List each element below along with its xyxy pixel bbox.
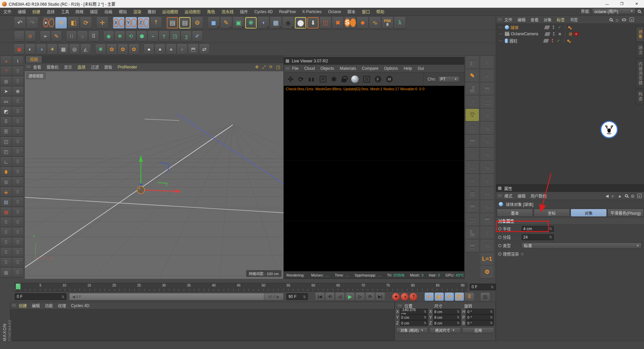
clamp-tile[interactable]: ≠	[466, 174, 479, 187]
lock-y-axis-button[interactable]: Y	[125, 17, 137, 29]
position-mode-dropdown[interactable]: 对象 (相对)▼	[396, 327, 428, 333]
rotate-tool[interactable]: ⟳	[80, 17, 92, 29]
menu-item[interactable]: 运动图形	[184, 9, 201, 14]
sphere-white-icon[interactable]: ●	[144, 44, 154, 54]
xparticles-button[interactable]: ✖	[332, 17, 343, 29]
render-perfect-checkbox[interactable]	[520, 252, 524, 256]
menu-item[interactable]: 文件	[3, 9, 11, 14]
sculpt-brush-icon[interactable]: ✐	[192, 31, 202, 41]
next-frame-button[interactable]: ▷	[356, 293, 365, 301]
render-canvas[interactable]	[284, 92, 464, 271]
search-icon[interactable]	[638, 10, 641, 13]
attribute-menu-item[interactable]: 用户数据	[531, 193, 547, 199]
layer-lock-icon[interactable]: ▤	[1, 197, 11, 207]
viewport-menu-item[interactable]: 摄像机	[47, 64, 59, 70]
paint-bucket-icon[interactable]: ⬙	[1, 187, 11, 197]
material-bw-icon[interactable]: ◐	[25, 44, 35, 54]
scale-tool[interactable]: ◧	[68, 17, 79, 29]
manager-side-tab[interactable]: 构造	[636, 89, 644, 104]
palette-dots-icon[interactable]: ⠿	[12, 147, 23, 156]
flower-orange-icon[interactable]: ✿	[107, 44, 117, 54]
type-dropdown[interactable]: 标准▼	[522, 243, 642, 249]
menu-item[interactable]: 创建	[32, 9, 40, 14]
curve-pen-tile[interactable]: ∫	[480, 227, 494, 239]
timeline-ruler[interactable]: 051015202530354045505560657075808590	[15, 283, 468, 292]
filter-eye-icon[interactable]	[622, 18, 626, 21]
last-used-move-tool[interactable]: ✛	[97, 17, 108, 29]
maximize-button[interactable]: ❐	[614, 0, 629, 8]
object-tags[interactable]	[567, 40, 569, 42]
stairs-tile[interactable]: ▙	[466, 227, 479, 239]
history-forward-icon[interactable]: ▶	[611, 194, 614, 198]
cube-b-icon[interactable]: ◰	[1, 147, 11, 156]
floor-plane-icon[interactable]: ▦	[58, 44, 68, 54]
viewport-menu-item[interactable]: ProRender	[118, 65, 137, 69]
step-points-icon[interactable]: ∷	[66, 31, 76, 41]
cube-tile[interactable]: ⬒	[466, 135, 479, 147]
arrow-grid-tile[interactable]: ⇘	[480, 122, 494, 134]
dots-palette-icon[interactable]: ⠿	[1, 117, 11, 126]
grip-icon[interactable]	[26, 65, 31, 69]
slabs-tile[interactable]: ≡	[480, 69, 494, 82]
menu-item[interactable]: 窗口	[362, 9, 370, 14]
attribute-tab[interactable]: 平滑着色(Phong)	[607, 209, 644, 217]
rotate-view-icon[interactable]: ⟳	[269, 64, 273, 70]
ornament-icon[interactable]: ʒ	[181, 31, 191, 41]
region-render-icon[interactable]: R	[320, 76, 326, 83]
object-name[interactable]: 球体	[511, 24, 541, 30]
render-region-icon[interactable]: ▣	[14, 44, 24, 54]
live-viewer-title-bar[interactable]: Live Viewer 3.07-R2	[284, 57, 464, 65]
render-to-picture-viewer-button[interactable]: ▤	[179, 17, 191, 29]
lock-panel-icon[interactable]: ◎	[631, 194, 634, 198]
arrow-grid-tile[interactable]: ⇘	[480, 148, 494, 160]
grip-icon[interactable]	[12, 304, 16, 307]
material-menu-item[interactable]: 创建	[19, 303, 27, 308]
minimize-button[interactable]: —	[600, 0, 614, 8]
attribute-tab[interactable]: 基本	[497, 209, 533, 217]
menu-item[interactable]: 模拟	[119, 9, 127, 14]
red-grid-icon[interactable]: ▦	[1, 207, 11, 217]
home-icon[interactable]: ⌂	[616, 17, 619, 22]
ibeam-icon[interactable]: I	[12, 56, 23, 66]
rings-icon[interactable]: ◎	[69, 44, 79, 54]
object-row[interactable]: OctaneCamera ⊕	[496, 31, 644, 37]
floor-environment-menu[interactable]: ▦	[270, 17, 281, 29]
select-cursor-icon[interactable]: ➤	[1, 87, 11, 96]
render-settings-gear-icon[interactable]: ✱	[331, 75, 337, 83]
menu-item[interactable]: X-Particles	[302, 9, 322, 14]
spline-pen-menu[interactable]: ✎	[220, 17, 232, 29]
timeline-scrubber[interactable]: ◀ 0 F 90 F ▶	[69, 293, 284, 300]
keyframe-help-button[interactable]: ?	[410, 293, 417, 301]
attribute-tab[interactable]: 坐标	[534, 209, 570, 217]
material-menu-item[interactable]: 纹理	[58, 303, 66, 308]
graph-tool-button[interactable]: ∿	[369, 17, 381, 29]
dots-equal-tile[interactable]: ∺	[480, 187, 494, 200]
live-viewer-menu-item[interactable]: Help	[404, 66, 412, 71]
object-name[interactable]: OctaneCamera	[511, 32, 542, 36]
minimal-timeline-toggle[interactable]: ▥	[481, 293, 490, 301]
menu-item[interactable]: 网格	[75, 9, 84, 14]
menu-item[interactable]: 雕刻	[148, 9, 156, 14]
point-paint-icon[interactable]: ✎	[51, 31, 61, 41]
workplane-axis-tile[interactable]: L=1	[480, 253, 494, 265]
motion-clip-button[interactable]: ◫	[320, 17, 331, 29]
pause-icon[interactable]: ▮▮	[309, 77, 315, 82]
viewport-menu-item[interactable]: 选项	[77, 64, 86, 70]
flower-orange-icon[interactable]: ✿	[118, 44, 128, 54]
grid-plane-tile[interactable]: ▦	[466, 187, 479, 200]
manager-side-tab[interactable]: 场次	[636, 43, 644, 58]
object-tags[interactable]	[568, 26, 570, 28]
goto-end-button[interactable]: ▶|	[376, 293, 385, 301]
voronoi-cube-icon[interactable]: ⬢	[137, 31, 147, 41]
palette-dots-icon[interactable]: ⠿	[12, 238, 23, 247]
manager-side-tab[interactable]: 对象	[636, 27, 644, 42]
cube-gear-tile[interactable]: ⚙	[480, 266, 494, 278]
cubes-array-tile[interactable]: ⠿	[480, 56, 494, 69]
model-sphere-icon[interactable]: ◍	[1, 77, 11, 86]
anim-dot-icon[interactable]	[498, 244, 501, 247]
end-frame-spinner[interactable]: 90 F⇅	[286, 293, 308, 300]
undo-button[interactable]: ↶	[14, 17, 25, 29]
close-button[interactable]: ✕	[629, 0, 644, 8]
position-field[interactable]: -140.376 cm⇅	[400, 309, 428, 314]
arrow-grid-tile[interactable]: ⇘	[480, 174, 494, 187]
